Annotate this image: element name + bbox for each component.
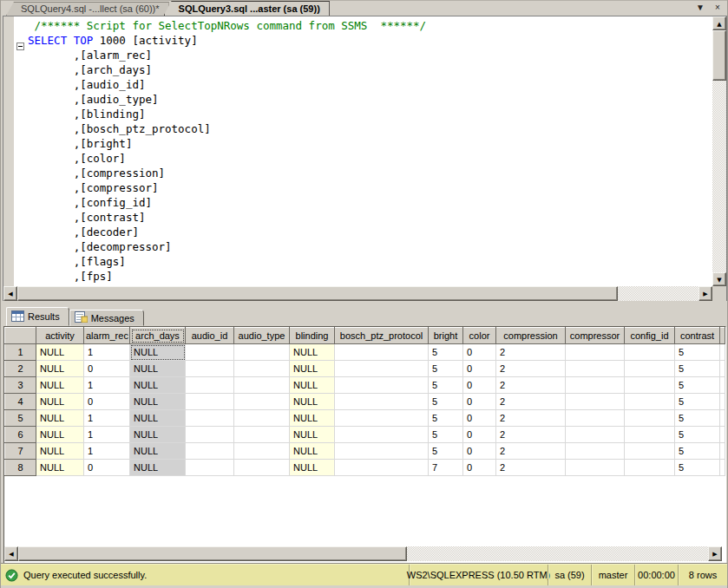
grid-cell[interactable]: NULL bbox=[36, 377, 84, 394]
grid-cell[interactable] bbox=[234, 460, 290, 476]
grid-cell[interactable]: NULL bbox=[36, 460, 84, 476]
grid-cell[interactable] bbox=[335, 427, 429, 443]
grid-cell[interactable]: 5 bbox=[675, 394, 720, 410]
column-header-compression[interactable]: compression bbox=[496, 328, 566, 344]
grid-cell[interactable] bbox=[566, 410, 625, 427]
column-header-activity[interactable]: activity bbox=[36, 328, 84, 344]
grid-cell[interactable] bbox=[234, 361, 290, 377]
grid-cell[interactable]: NULL bbox=[130, 377, 186, 394]
scroll-left-icon[interactable]: ◀ bbox=[3, 286, 17, 301]
grid-cell[interactable]: 1 bbox=[84, 410, 130, 427]
column-header-audio_id[interactable]: audio_id bbox=[186, 328, 234, 344]
grid-cell[interactable] bbox=[566, 394, 625, 410]
grid-cell[interactable] bbox=[566, 344, 625, 361]
grid-cell[interactable]: 0 bbox=[463, 460, 496, 476]
grid-cell[interactable] bbox=[335, 410, 429, 427]
grid-cell[interactable]: 2 bbox=[496, 427, 566, 443]
grid-cell[interactable]: 2 bbox=[496, 410, 566, 427]
column-header-config_id[interactable]: config_id bbox=[625, 328, 675, 344]
row-header[interactable]: 2 bbox=[5, 361, 36, 377]
grid-cell[interactable]: 5 bbox=[675, 344, 720, 361]
grid-cell[interactable] bbox=[186, 410, 234, 427]
grid-cell[interactable]: NULL bbox=[36, 394, 84, 410]
grid-cell[interactable]: NULL bbox=[290, 410, 335, 427]
editor-vertical-scrollbar[interactable]: ▲ ▼ bbox=[712, 16, 726, 286]
grid-cell[interactable]: 2 bbox=[496, 443, 566, 460]
column-header-compressor[interactable]: compressor bbox=[566, 328, 625, 344]
grid-cell[interactable]: NULL bbox=[130, 427, 186, 443]
grid-cell[interactable]: 0 bbox=[463, 443, 496, 460]
grid-cell[interactable] bbox=[625, 394, 675, 410]
row-header[interactable]: 6 bbox=[5, 427, 36, 443]
grid-cell[interactable]: 0 bbox=[463, 377, 496, 394]
grid-cell[interactable]: 1 bbox=[84, 344, 130, 361]
grid-cell[interactable]: 0 bbox=[84, 361, 130, 377]
column-header-contrast[interactable]: contrast bbox=[675, 328, 720, 344]
grid-cell[interactable] bbox=[186, 460, 234, 476]
row-header[interactable]: 5 bbox=[5, 410, 36, 427]
sql-editor[interactable]: /****** Script for SelectTopNRows comman… bbox=[3, 16, 727, 301]
grid-cell[interactable]: 1 bbox=[84, 427, 130, 443]
grid-cell[interactable]: NULL bbox=[290, 443, 335, 460]
tab-results[interactable]: Results bbox=[6, 307, 69, 326]
grid-cell[interactable]: 5 bbox=[429, 410, 463, 427]
grid-cell[interactable]: 5 bbox=[429, 443, 463, 460]
column-header-color[interactable]: color bbox=[463, 328, 496, 344]
grid-cell[interactable]: 5 bbox=[675, 443, 720, 460]
column-header-bright[interactable]: bright bbox=[429, 328, 463, 344]
grid-cell[interactable]: 5 bbox=[429, 361, 463, 377]
grid-cell[interactable]: 1 bbox=[84, 443, 130, 460]
grid-cell[interactable]: NULL bbox=[130, 410, 186, 427]
document-tab-active[interactable]: SQLQuery3.sql ...aster (sa (59)) bbox=[164, 1, 330, 16]
column-header-alarm_rec[interactable]: alarm_rec bbox=[84, 328, 130, 344]
column-header-bosch_ptz_protocol[interactable]: bosch_ptz_protocol bbox=[335, 328, 429, 344]
grid-cell[interactable] bbox=[186, 377, 234, 394]
grid-cell[interactable] bbox=[186, 344, 234, 361]
grid-cell[interactable]: NULL bbox=[130, 443, 186, 460]
scroll-down-icon[interactable]: ▼ bbox=[712, 272, 726, 286]
grid-cell[interactable]: 5 bbox=[429, 377, 463, 394]
grid-cell[interactable]: 5 bbox=[675, 361, 720, 377]
grid-cell[interactable]: NULL bbox=[36, 344, 84, 361]
horizontal-scroll-thumb[interactable] bbox=[17, 286, 618, 301]
editor-horizontal-scrollbar[interactable]: ◀ ▶ bbox=[3, 286, 712, 301]
grid-cell[interactable]: 5 bbox=[675, 427, 720, 443]
grid-cell[interactable] bbox=[625, 377, 675, 394]
grid-cell[interactable]: 2 bbox=[496, 460, 566, 476]
grid-cell[interactable]: 0 bbox=[463, 427, 496, 443]
grid-cell[interactable] bbox=[625, 427, 675, 443]
grid-cell[interactable] bbox=[335, 361, 429, 377]
grid-cell[interactable]: 5 bbox=[429, 427, 463, 443]
grid-cell[interactable] bbox=[234, 394, 290, 410]
grid-cell[interactable]: 5 bbox=[429, 394, 463, 410]
grid-cell[interactable] bbox=[335, 394, 429, 410]
grid-cell[interactable]: 2 bbox=[496, 394, 566, 410]
grid-cell[interactable]: 2 bbox=[496, 361, 566, 377]
tab-messages[interactable]: Messages bbox=[69, 310, 144, 326]
grid-cell[interactable]: 0 bbox=[463, 361, 496, 377]
grid-cell[interactable] bbox=[625, 410, 675, 427]
grid-cell[interactable] bbox=[625, 443, 675, 460]
grid-cell[interactable] bbox=[335, 443, 429, 460]
row-header[interactable]: 8 bbox=[5, 460, 36, 476]
scroll-left-icon[interactable]: ◀ bbox=[4, 546, 18, 561]
grid-cell[interactable] bbox=[335, 344, 429, 361]
grid-cell[interactable] bbox=[335, 377, 429, 394]
grid-corner-header[interactable] bbox=[5, 328, 36, 344]
grid-cell[interactable]: NULL bbox=[290, 344, 335, 361]
grid-cell[interactable]: 0 bbox=[84, 460, 130, 476]
document-tab[interactable]: SQLQuery4.sql -...llect (sa (60))* bbox=[6, 2, 169, 16]
grid-cell[interactable]: NULL bbox=[130, 361, 186, 377]
grid-cell[interactable] bbox=[625, 344, 675, 361]
grid-cell[interactable] bbox=[234, 443, 290, 460]
column-header-arch_days[interactable]: arch_days bbox=[130, 328, 186, 344]
grid-cell[interactable] bbox=[566, 361, 625, 377]
grid-cell[interactable]: NULL bbox=[290, 377, 335, 394]
scroll-right-icon[interactable]: ▶ bbox=[698, 286, 712, 301]
grid-cell[interactable]: NULL bbox=[130, 394, 186, 410]
row-header[interactable]: 3 bbox=[5, 377, 36, 394]
row-header[interactable]: 4 bbox=[5, 394, 36, 410]
grid-cell[interactable]: 0 bbox=[463, 410, 496, 427]
close-document-icon[interactable]: × bbox=[712, 3, 724, 14]
row-header[interactable]: 7 bbox=[5, 443, 36, 460]
